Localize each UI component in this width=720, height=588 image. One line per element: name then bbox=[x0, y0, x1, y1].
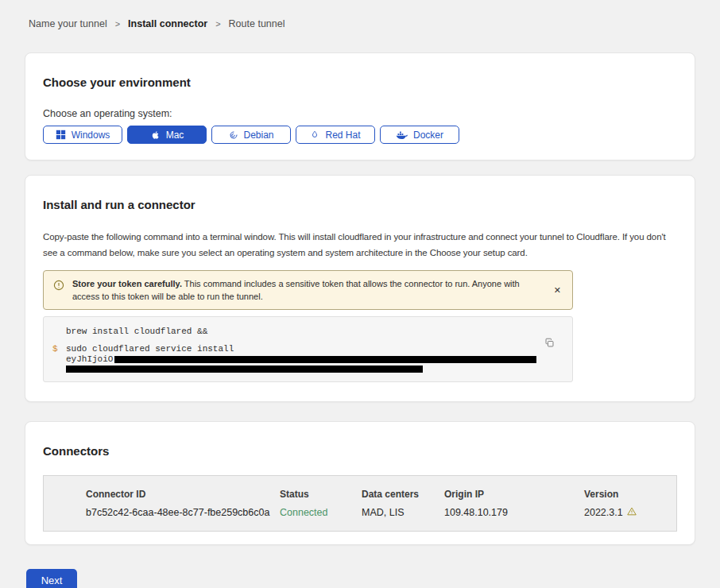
command-token-line: eyJhIjoiO bbox=[44, 354, 572, 365]
breadcrumb-name-your-tunnel[interactable]: Name your tunnel bbox=[29, 18, 107, 29]
connectors-table: Connector ID Status Data centers Origin … bbox=[43, 475, 677, 532]
install-command-block: brew install cloudflared && $sudo cloudf… bbox=[43, 316, 573, 382]
os-button-redhat[interactable]: Red Hat bbox=[296, 126, 375, 144]
install-connector-card: Install and run a connector Copy-paste t… bbox=[25, 175, 695, 402]
command-text: sudo cloudflared service install bbox=[66, 344, 234, 354]
windows-icon bbox=[56, 130, 66, 140]
breadcrumb: Name your tunnel > Install connector > R… bbox=[0, 0, 720, 29]
apple-icon bbox=[150, 130, 161, 141]
os-button-label: Red Hat bbox=[325, 130, 360, 141]
debian-icon bbox=[228, 130, 238, 140]
os-button-label: Windows bbox=[72, 130, 110, 141]
token-warning-text: Store your token carefully. This command… bbox=[72, 277, 544, 303]
docker-icon bbox=[396, 130, 408, 140]
token-redaction-bar bbox=[114, 356, 536, 363]
connector-version-value: 2022.3.1 bbox=[584, 507, 676, 518]
os-button-windows[interactable]: Windows bbox=[43, 126, 122, 144]
os-button-debian[interactable]: Debian bbox=[211, 126, 291, 144]
connector-id-value: b7c52c42-6caa-48ee-8c77-fbe259cb6c0a bbox=[86, 507, 280, 518]
os-button-label: Docker bbox=[413, 130, 443, 141]
token-redaction-bar bbox=[66, 366, 423, 373]
environment-card: Choose your environment Choose an operat… bbox=[25, 52, 695, 161]
breadcrumb-route-tunnel[interactable]: Route tunnel bbox=[229, 18, 285, 29]
connectors-card-title: Connectors bbox=[43, 444, 677, 458]
breadcrumb-separator: > bbox=[115, 19, 120, 29]
connectors-card: Connectors Connector ID Status Data cent… bbox=[25, 421, 695, 545]
copy-icon[interactable] bbox=[544, 338, 555, 350]
token-warning-banner: Store your token carefully. This command… bbox=[43, 270, 573, 310]
environment-card-title: Choose your environment bbox=[43, 75, 677, 89]
version-text: 2022.3.1 bbox=[584, 507, 623, 518]
shell-prompt: $ bbox=[52, 344, 58, 354]
os-button-group: Windows Mac Debian Red Hat bbox=[43, 126, 677, 144]
column-header-origin-ip: Origin IP bbox=[444, 489, 584, 500]
warning-triangle-icon bbox=[627, 507, 637, 518]
connector-origin-ip-value: 109.48.10.179 bbox=[444, 507, 584, 518]
command-line-sudo: $sudo cloudflared service install bbox=[44, 344, 572, 354]
column-header-connector-id: Connector ID bbox=[86, 489, 280, 500]
column-header-data-centers: Data centers bbox=[362, 489, 444, 500]
token-prefix: eyJhIjoiO bbox=[66, 354, 113, 365]
breadcrumb-separator: > bbox=[215, 19, 220, 29]
next-button[interactable]: Next bbox=[26, 569, 77, 588]
breadcrumb-install-connector[interactable]: Install connector bbox=[128, 18, 207, 29]
os-button-mac[interactable]: Mac bbox=[127, 126, 207, 144]
install-instructions: Copy-paste the following command into a … bbox=[43, 229, 677, 261]
command-line-brew: brew install cloudflared && bbox=[44, 327, 572, 337]
token-warning-title: Store your token carefully. bbox=[72, 279, 182, 288]
os-button-docker[interactable]: Docker bbox=[380, 126, 459, 144]
install-card-title: Install and run a connector bbox=[43, 198, 677, 211]
os-button-label: Mac bbox=[166, 130, 184, 141]
connector-data-centers-value: MAD, LIS bbox=[362, 507, 444, 518]
close-icon[interactable]: ✕ bbox=[552, 284, 563, 296]
redhat-icon bbox=[310, 130, 319, 140]
os-select-label: Choose an operating system: bbox=[43, 108, 677, 119]
connector-status-value: Connected bbox=[280, 507, 362, 518]
info-icon bbox=[53, 280, 64, 294]
column-header-status: Status bbox=[280, 489, 362, 500]
os-button-label: Debian bbox=[243, 130, 273, 141]
column-header-version: Version bbox=[584, 489, 676, 500]
